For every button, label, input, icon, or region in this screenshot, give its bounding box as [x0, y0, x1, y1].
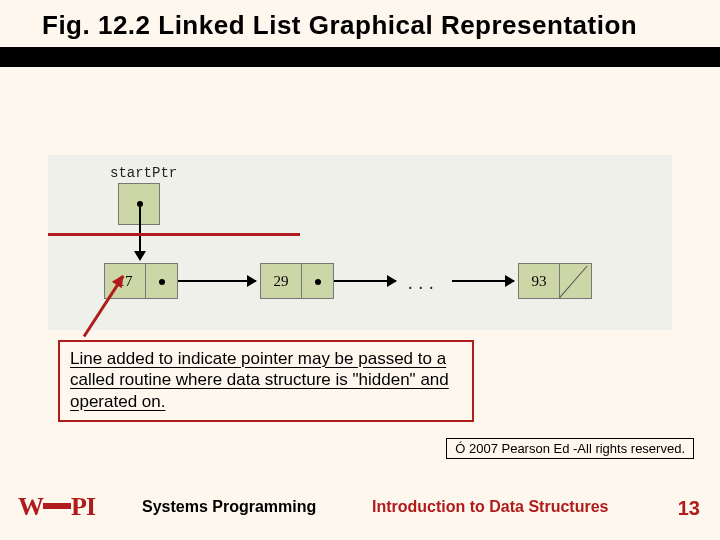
list-node: 93	[518, 263, 592, 299]
footer-right: Introduction to Data Structures	[372, 498, 608, 516]
list-node: 29	[260, 263, 334, 299]
callout-box: Line added to indicate pointer may be pa…	[58, 340, 474, 422]
node-value: 29	[260, 263, 302, 299]
ellipsis: ...	[408, 273, 440, 294]
pointer-dot	[159, 279, 165, 285]
arrow-right	[178, 280, 256, 282]
footer-left: Systems Programming	[142, 498, 316, 516]
node-pointer-cell	[146, 263, 178, 299]
page-number: 13	[678, 497, 700, 520]
title-underline	[0, 47, 720, 67]
start-pointer-label: startPtr	[110, 165, 177, 181]
pointer-dot	[315, 279, 321, 285]
node-value: 93	[518, 263, 560, 299]
node-terminator-cell	[560, 263, 592, 299]
arrow-right	[452, 280, 514, 282]
copyright-box: Ó 2007 Pearson Ed -All rights reserved.	[446, 438, 694, 459]
null-terminator-icon	[560, 264, 590, 298]
annotation-line	[48, 233, 300, 236]
arrow-down-shaft	[139, 207, 141, 253]
callout-text: Line added to indicate pointer may be pa…	[70, 348, 462, 412]
node-pointer-cell	[302, 263, 334, 299]
wpi-logo: WPI	[18, 492, 95, 522]
logo-bar-icon	[43, 503, 71, 509]
arrow-right	[334, 280, 396, 282]
slide-title: Fig. 12.2 Linked List Graphical Represen…	[0, 0, 720, 47]
copyright-text: Ó 2007 Pearson Ed -All rights reserved.	[455, 441, 685, 456]
linked-list-diagram: startPtr 17 29 ... 93	[48, 155, 672, 330]
arrow-down-head	[134, 251, 146, 261]
title-bar: Fig. 12.2 Linked List Graphical Represen…	[0, 0, 720, 67]
